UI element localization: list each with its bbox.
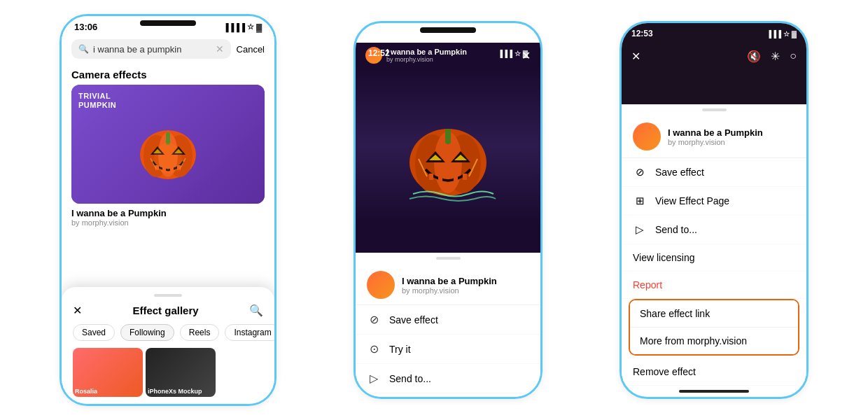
search-icon: 🔍 xyxy=(78,44,89,54)
p3-report-label: Report xyxy=(633,279,662,290)
phone3-handle xyxy=(702,108,727,111)
clear-icon[interactable]: ✕ xyxy=(216,43,224,55)
sheet-effect-name: I wanna be a Pumpkin xyxy=(402,276,497,286)
p3-menu-save[interactable]: ⊘ Save effect xyxy=(622,158,806,187)
drawer-tabs: Saved Following Reels Instagram xyxy=(62,324,274,348)
effects-icon[interactable]: ✳ xyxy=(771,50,780,63)
bottom-sheet-2: I wanna be a Pumpkin by morphy.vision ⊘ … xyxy=(356,253,540,399)
menu-report[interactable]: Report xyxy=(356,393,540,399)
pumpkin-illustration xyxy=(130,99,206,190)
time-1: 13:06 xyxy=(74,22,97,32)
pumpkin-scene xyxy=(356,68,540,222)
sheet-effect-info: I wanna be a Pumpkin by morphy.vision xyxy=(402,276,497,295)
home-bar-3 xyxy=(622,386,806,397)
bookmark-icon-3: ⊘ xyxy=(633,166,647,178)
svg-point-13 xyxy=(154,143,182,174)
send-icon-3: ▷ xyxy=(633,223,647,236)
p3-share-link[interactable]: Share effect link xyxy=(630,300,798,328)
phone3-effect-info: I wanna be a Pumpkin by morphy.vision xyxy=(668,127,763,146)
menu-send-to[interactable]: ▷ Send to... xyxy=(356,364,540,393)
search-bar: 🔍 i wanna be a pumpkin ✕ Cancel xyxy=(62,35,274,63)
p3-more-from-label: More from morphy.vision xyxy=(640,335,747,346)
page-icon-3: ⊞ xyxy=(633,195,647,207)
phone-2: 12:52 ▐▐▐ ☆ ▓ I wanna be a Pumpkin by mo… xyxy=(354,21,542,399)
effect-grid: Rosalia iPhoneXs Mockup xyxy=(62,348,274,397)
effect-card-1[interactable]: TRIVIALPUMPKIN xyxy=(71,85,265,204)
trivial-pumpkin-overlay: TRIVIALPUMPKIN xyxy=(78,92,116,110)
drawer-handle xyxy=(154,294,182,297)
menu-save-label: Save effect xyxy=(389,314,438,326)
phone3-dark-top: ✕ 🔇 ✳ ○ xyxy=(622,44,806,69)
time-2: 12:52 xyxy=(368,48,390,58)
svg-rect-24 xyxy=(438,176,442,183)
phone3-avatar xyxy=(633,122,661,150)
p3-menu-view-page[interactable]: ⊞ View Effect Page xyxy=(622,187,806,216)
phone-3: 12:53 ▐▐▐ ☆ ▓ ✕ 🔇 ✳ ○ I wanna be a Pumpk… xyxy=(620,21,808,399)
phone3-effect-author: by morphy.vision xyxy=(668,138,763,146)
p3-menu-licensing[interactable]: View licensing xyxy=(622,244,806,272)
mute-icon[interactable]: 🔇 xyxy=(747,50,761,63)
effect-thumb-2[interactable]: iPhoneXs Mockup xyxy=(146,348,216,397)
drawer-title: Effect gallery xyxy=(132,304,198,316)
effect-gallery-drawer: ✕ Effect gallery 🔍 Saved Following Reels… xyxy=(62,287,274,404)
sheet-handle-2 xyxy=(436,257,461,260)
effect-card-bg: TRIVIALPUMPKIN xyxy=(71,85,265,204)
phone-1: 13:06 ▐▐▐▐ ☆ ▓ 🔍 i wanna be a pumpkin ✕ … xyxy=(59,14,276,406)
wifi-icon: ☆ xyxy=(247,22,254,31)
close-drawer-icon[interactable]: ✕ xyxy=(73,304,82,317)
cancel-button[interactable]: Cancel xyxy=(237,44,265,55)
svg-rect-18 xyxy=(445,129,451,144)
search-text: i wanna be a pumpkin xyxy=(93,44,181,55)
close-icon-3[interactable]: ✕ xyxy=(631,50,640,63)
more-icon[interactable]: ○ xyxy=(790,50,797,63)
phone3-dark-area: 12:53 ▐▐▐ ☆ ▓ ✕ 🔇 ✳ ○ xyxy=(622,23,806,104)
send-icon-2: ▷ xyxy=(367,372,381,385)
p3-save-label: Save effect xyxy=(655,167,704,178)
camera-icon-2: ⊙ xyxy=(367,342,381,356)
p3-menu-send[interactable]: ▷ Send to... xyxy=(622,216,806,244)
phone3-effect-row: I wanna be a Pumpkin by morphy.vision xyxy=(622,117,806,158)
tab-saved[interactable]: Saved xyxy=(73,324,115,341)
status-icons-3: ▐▐▐ ☆ ▓ xyxy=(766,30,797,38)
time-3: 12:53 xyxy=(631,29,653,38)
status-bar-2: 12:52 ▐▐▐ ☆ ▓ xyxy=(356,43,540,61)
menu-send-label: Send to... xyxy=(389,373,431,384)
svg-rect-26 xyxy=(463,174,467,180)
thumb-2-label: iPhoneXs Mockup xyxy=(148,388,202,395)
svg-rect-23 xyxy=(429,174,433,180)
pumpkin-scene-svg xyxy=(399,85,497,204)
highlighted-group: Share effect link More from morphy.visio… xyxy=(629,299,799,356)
p3-licensing-label: View licensing xyxy=(633,252,694,263)
phone3-sheet: I wanna be a Pumpkin by morphy.vision ⊘ … xyxy=(622,104,806,386)
effect-author-1: by morphy.vision xyxy=(71,218,265,227)
thumb-1-label: Rosalia xyxy=(75,388,97,395)
menu-try-label: Try it xyxy=(389,344,411,355)
menu-try-it[interactable]: ⊙ Try it xyxy=(356,335,540,364)
effect-card-info: I wanna be a Pumpkin by morphy.vision xyxy=(62,204,274,230)
search-input-wrap[interactable]: 🔍 i wanna be a pumpkin ✕ xyxy=(71,39,231,59)
svg-rect-25 xyxy=(454,176,458,183)
phone3-effect-name: I wanna be a Pumpkin xyxy=(668,127,763,138)
tab-reels[interactable]: Reels xyxy=(180,324,220,341)
search-drawer-icon[interactable]: 🔍 xyxy=(249,304,263,317)
tab-instagram[interactable]: Instagram xyxy=(225,324,276,341)
sheet-avatar-2 xyxy=(367,271,395,299)
dark-header: 12:52 ▐▐▐ ☆ ▓ I wanna be a Pumpkin by mo… xyxy=(356,43,540,253)
status-icons-2: ▐▐▐ ☆ ▓ xyxy=(498,50,528,57)
phone3-action-icons: 🔇 ✳ ○ xyxy=(747,50,797,63)
p3-send-label: Send to... xyxy=(655,224,697,235)
p3-share-label: Share effect link xyxy=(640,308,710,319)
p3-remove-label: Remove effect xyxy=(633,366,696,377)
p3-more-from[interactable]: More from morphy.vision xyxy=(630,328,798,354)
signal-icon: ▐▐▐▐ xyxy=(223,23,245,31)
battery-icon: ▓ xyxy=(256,23,262,31)
p3-menu-remove[interactable]: Remove effect xyxy=(622,358,806,386)
sheet-effect-row: I wanna be a Pumpkin by morphy.vision xyxy=(356,265,540,305)
bookmark-icon-2: ⊘ xyxy=(367,313,381,326)
tab-following[interactable]: Following xyxy=(120,324,174,341)
drawer-header: ✕ Effect gallery 🔍 xyxy=(62,304,274,324)
menu-save-effect[interactable]: ⊘ Save effect xyxy=(356,305,540,335)
effect-thumb-1[interactable]: Rosalia xyxy=(73,348,143,397)
effect-name-1: I wanna be a Pumpkin xyxy=(71,208,265,218)
p3-menu-report[interactable]: Report xyxy=(622,272,806,299)
